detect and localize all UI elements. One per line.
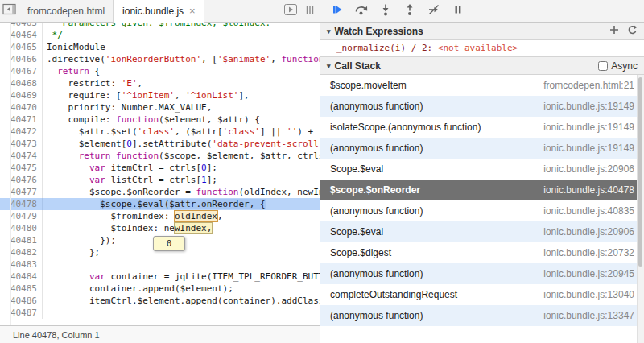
sidebar-scrollbar[interactable] xyxy=(637,75,644,343)
line-number[interactable]: 40465 xyxy=(0,41,43,53)
refresh-button[interactable] xyxy=(627,25,638,38)
lines-box-button[interactable] xyxy=(300,0,320,22)
line-number[interactable]: 40477 xyxy=(0,186,43,198)
code-line[interactable]: 40465IonicModule xyxy=(0,41,320,53)
code-line[interactable]: 40480 $toIndex: newIndex, xyxy=(0,222,320,234)
frame-function-name: Scope.$eval xyxy=(330,225,383,238)
call-stack-frame[interactable]: (anonymous function)ionic.bundle.js:1914… xyxy=(320,96,644,117)
navigator-toggle-button[interactable] xyxy=(0,0,19,22)
call-stack-frame[interactable]: $scope.moveItemfromcodepen.html:21 xyxy=(320,75,644,96)
editor-statusbar: Line 40478, Column 1 xyxy=(0,325,320,343)
line-number[interactable]: 40478 xyxy=(0,198,43,210)
code-text: $fromIndex: oldIndex, xyxy=(43,210,320,222)
code-line[interactable]: 40477 $scope.$onReorder = function(oldIn… xyxy=(0,186,320,198)
call-stack-frame[interactable]: (anonymous function)ionic.bundle.js:1334… xyxy=(320,305,644,326)
code-line[interactable]: 40470 priority: Number.MAX_VALUE, xyxy=(0,101,320,114)
code-line[interactable]: 40485 container.append($element); xyxy=(0,283,320,295)
line-number[interactable]: 40464 xyxy=(0,29,43,41)
call-stack-frame[interactable]: isolateScope.(anonymous function)ionic.b… xyxy=(320,117,644,138)
code-text: $element[0].setAttribute('data-prevent-s… xyxy=(43,138,320,150)
code-line[interactable]: 40464 */ xyxy=(0,29,320,41)
line-number[interactable]: 40475 xyxy=(0,162,43,174)
code-line[interactable]: 40487 xyxy=(0,307,320,319)
step-over-button[interactable] xyxy=(351,3,372,19)
play-box-button[interactable] xyxy=(281,0,300,22)
line-number[interactable]: 40474 xyxy=(0,150,43,162)
step-out-button[interactable] xyxy=(399,3,420,19)
frame-location: fromcodepen.html:21 xyxy=(543,79,634,92)
code-line[interactable]: 40483 xyxy=(0,258,320,271)
code-line[interactable]: 40478 $scope.$eval($attr.onReorder, { xyxy=(0,198,320,210)
line-number[interactable]: 40467 xyxy=(0,65,43,77)
watch-expressions-header[interactable]: ▾ Watch Expressions xyxy=(320,23,644,40)
pause-on-exceptions-button[interactable] xyxy=(448,3,469,19)
breakpoint-gutter[interactable] xyxy=(10,23,11,325)
call-stack-frame[interactable]: Scope.$digestionic.bundle.js:20732 xyxy=(320,242,644,263)
code-line[interactable]: 40471 compile: function($element, $attr)… xyxy=(0,114,320,126)
step-into-button[interactable] xyxy=(375,3,396,19)
code-line[interactable]: 40473 $element[0].setAttribute('data-pre… xyxy=(0,138,320,150)
call-stack-frame[interactable]: (anonymous function)ionic.bundle.js:1914… xyxy=(320,138,644,159)
line-number[interactable]: 40468 xyxy=(0,77,43,89)
code-line[interactable]: 40475 var itemCtrl = ctrls[0]; xyxy=(0,162,320,174)
play-box-icon xyxy=(284,4,297,19)
deactivate-breakpoints-icon xyxy=(427,3,440,19)
code-line[interactable]: 40486 itemCtrl.$element.append(container… xyxy=(0,295,320,307)
line-number[interactable]: 40487 xyxy=(0,307,43,319)
line-number[interactable]: 40482 xyxy=(0,246,43,258)
line-number[interactable]: 40476 xyxy=(0,174,43,186)
call-stack-frame[interactable]: completeOutstandingRequestionic.bundle.j… xyxy=(320,284,644,305)
line-number[interactable]: 40466 xyxy=(0,53,43,65)
line-number[interactable]: 40483 xyxy=(0,258,43,271)
code-line[interactable]: 40476 var listCtrl = ctrls[1]; xyxy=(0,174,320,186)
frame-location: ionic.bundle.js:40835 xyxy=(543,205,634,217)
code-line[interactable]: 40469 require: ['^ionItem', '^ionList'], xyxy=(0,89,320,101)
add-watch-button[interactable] xyxy=(609,25,619,37)
call-stack-header[interactable]: ▾ Call Stack Async xyxy=(320,56,644,75)
code-line[interactable]: 40468 restrict: 'E', xyxy=(0,77,320,89)
line-number[interactable]: 40470 xyxy=(0,101,43,114)
line-number[interactable]: 40486 xyxy=(0,295,43,307)
watch-expression-row[interactable]: _normalize(i) / 2: <not available> xyxy=(320,40,644,56)
call-stack-frame[interactable]: (anonymous function)ionic.bundle.js:2094… xyxy=(320,263,644,284)
call-stack-frame[interactable]: Scope.$evalionic.bundle.js:20906 xyxy=(320,221,644,242)
line-number[interactable]: 40479 xyxy=(0,210,43,222)
tab-fromcodepen-html[interactable]: fromcodepen.html xyxy=(19,0,114,22)
line-number[interactable]: 40471 xyxy=(0,114,43,126)
line-number[interactable]: 40473 xyxy=(0,138,43,150)
code-line[interactable]: 40472 $attr.$set('class', ($attr['class'… xyxy=(0,126,320,138)
code-line[interactable]: 40474 return function($scope, $element, … xyxy=(0,150,320,162)
call-stack-title: Call Stack xyxy=(335,60,381,72)
line-number[interactable]: 40463 xyxy=(0,23,43,29)
call-stack-frame[interactable]: $scope.$onReorderionic.bundle.js:40478 xyxy=(320,180,644,200)
code-line[interactable]: 40467 return { xyxy=(0,65,320,77)
code-area: 40463 * Parameters given: $fromIndex, $t… xyxy=(0,23,320,319)
code-line[interactable]: 40466.directive('ionReorderButton', ['$a… xyxy=(0,53,320,65)
line-number[interactable]: 40485 xyxy=(0,283,43,295)
code-editor[interactable]: 40463 * Parameters given: $fromIndex, $t… xyxy=(0,23,320,325)
line-number[interactable]: 40472 xyxy=(0,126,43,138)
frame-function-name: (anonymous function) xyxy=(330,267,423,280)
line-number[interactable]: 40481 xyxy=(0,234,43,246)
code-line[interactable]: 40484 var container = jqLite(ITEM_TPL_RE… xyxy=(0,271,320,283)
async-checkbox[interactable] xyxy=(598,61,608,71)
code-line[interactable]: 40463 * Parameters given: $fromIndex, $t… xyxy=(0,23,320,29)
deactivate-breakpoints-button[interactable] xyxy=(423,3,444,19)
line-number[interactable]: 40484 xyxy=(0,271,43,283)
line-number[interactable]: 40480 xyxy=(0,222,43,234)
code-text: $attr.$set('class', ($attr['class'] || '… xyxy=(43,126,320,138)
async-toggle[interactable]: Async xyxy=(598,60,638,72)
frame-location: ionic.bundle.js:19149 xyxy=(543,121,634,134)
call-stack-frame[interactable]: (anonymous function)ionic.bundle.js:4083… xyxy=(320,200,644,221)
tab-ionic-bundle-js[interactable]: ionic.bundle.js × xyxy=(114,0,204,23)
frame-function-name: $scope.$onReorder xyxy=(330,184,420,196)
scrollbar-thumb[interactable] xyxy=(638,77,642,267)
code-line[interactable]: 40479 $fromIndex: oldIndex, xyxy=(0,210,320,222)
resume-button[interactable] xyxy=(327,3,348,19)
code-text: restrict: 'E', xyxy=(43,77,320,89)
code-text: $scope.$onReorder = function(oldIndex, n… xyxy=(43,186,320,198)
call-stack-frame[interactable]: Scope.$evalionic.bundle.js:20906 xyxy=(320,159,644,180)
frame-function-name: completeOutstandingRequest xyxy=(330,288,457,301)
close-icon[interactable]: × xyxy=(189,6,196,16)
line-number[interactable]: 40469 xyxy=(0,89,43,101)
